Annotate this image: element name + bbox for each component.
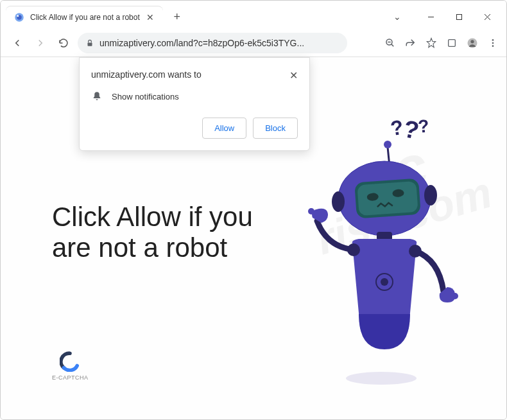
toolbar: unmizaptivery.com/land?c=h8zpOp6-ek5c5i3…	[1, 29, 506, 57]
zoom-icon[interactable]	[384, 37, 396, 49]
menu-icon[interactable]	[487, 37, 499, 49]
svg-point-16	[492, 45, 494, 47]
bell-icon	[91, 91, 103, 102]
svg-rect-7	[88, 42, 92, 46]
window-controls: ⌄	[393, 6, 501, 27]
tab-title: Click Allow if you are not a robot	[30, 13, 140, 22]
back-button[interactable]	[8, 34, 26, 52]
svg-point-13	[470, 40, 474, 43]
address-bar[interactable]: unmizaptivery.com/land?c=h8zpOp6-ek5c5i3…	[78, 33, 347, 53]
question-marks-icon: ???	[391, 116, 429, 144]
new-tab-button[interactable]: +	[168, 8, 186, 26]
svg-point-26	[332, 191, 345, 212]
svg-point-32	[308, 208, 314, 214]
forward-button[interactable]	[31, 34, 49, 52]
svg-point-33	[409, 245, 422, 258]
bookmark-icon[interactable]	[425, 37, 437, 49]
reload-button[interactable]	[55, 34, 73, 52]
url-text: unmizaptivery.com/land?c=h8zpOp6-ek5c5i3…	[99, 38, 339, 48]
toolbar-right	[384, 37, 499, 49]
captcha-badge: E-CAPTCHA	[52, 351, 89, 381]
captcha-label: E-CAPTCHA	[52, 374, 89, 381]
svg-line-9	[391, 44, 393, 46]
lock-icon	[85, 39, 94, 48]
browser-window: Click Allow if you are not a robot ✕ + ⌄	[0, 0, 507, 420]
captcha-icon	[60, 351, 80, 372]
prompt-close-icon[interactable]: ✕	[289, 69, 298, 82]
share-icon[interactable]	[405, 37, 417, 49]
svg-point-17	[346, 372, 417, 385]
svg-point-34	[452, 293, 458, 299]
maximize-button[interactable]	[445, 6, 473, 27]
prompt-permission-text: Show notifications	[112, 92, 179, 101]
block-button[interactable]: Block	[253, 118, 298, 139]
prompt-site-text: unmizaptivery.com wants to	[91, 69, 202, 80]
notification-prompt: unmizaptivery.com wants to ✕ Show notifi…	[79, 57, 310, 151]
svg-rect-23	[357, 181, 418, 216]
svg-point-29	[381, 278, 388, 286]
svg-rect-4	[456, 14, 461, 19]
minimize-button[interactable]	[417, 6, 445, 27]
robot-illustration: ???	[295, 134, 461, 391]
extensions-icon[interactable]	[446, 37, 458, 49]
svg-point-27	[424, 185, 437, 206]
browser-tab[interactable]: Click Allow if you are not a robot ✕	[6, 6, 163, 28]
allow-button[interactable]: Allow	[202, 118, 246, 139]
page-content: pc risk.com unmizaptivery.com wants to ✕…	[1, 57, 506, 419]
svg-point-31	[347, 243, 360, 256]
chevron-down-icon[interactable]: ⌄	[393, 12, 401, 22]
tab-close-icon[interactable]: ✕	[145, 12, 155, 22]
favicon-icon	[13, 12, 25, 23]
profile-icon[interactable]	[467, 37, 478, 49]
close-button[interactable]	[473, 6, 501, 27]
svg-point-14	[492, 39, 494, 41]
title-bar: Click Allow if you are not a robot ✕ + ⌄	[1, 1, 506, 29]
page-headline: Click Allow if you are not a robot	[52, 202, 283, 264]
svg-point-15	[492, 42, 494, 44]
svg-point-2	[17, 15, 19, 17]
svg-rect-11	[449, 39, 456, 46]
